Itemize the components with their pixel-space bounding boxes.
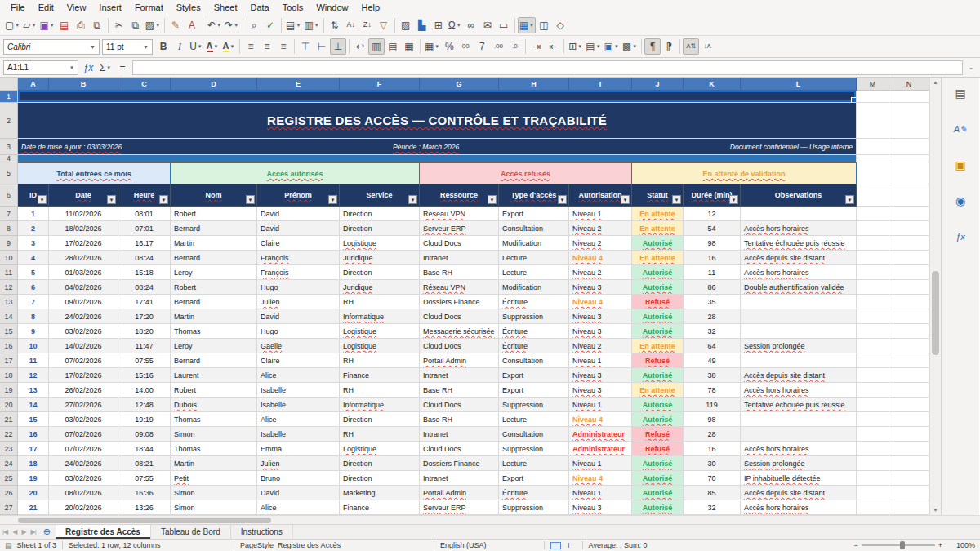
- table-cell[interactable]: [741, 412, 857, 427]
- cell-N[interactable]: [889, 500, 929, 515]
- table-cell[interactable]: Logistique: [340, 236, 420, 251]
- autofilter-dropdown-button[interactable]: ▼: [408, 195, 417, 204]
- table-cell[interactable]: 11: [684, 265, 741, 280]
- autofilter-dropdown-button[interactable]: ▼: [621, 195, 630, 204]
- cell-M[interactable]: [857, 398, 889, 412]
- table-header-8[interactable]: Autorisation▼: [569, 184, 632, 207]
- clone-formatting-button[interactable]: ✎: [167, 17, 184, 33]
- row-header-14[interactable]: 14: [0, 309, 18, 324]
- table-cell[interactable]: 04/02/2026: [49, 280, 118, 295]
- table-cell[interactable]: 32: [684, 500, 741, 515]
- cell-M[interactable]: [857, 91, 889, 103]
- table-cell[interactable]: Niveau 2: [569, 236, 632, 251]
- table-cell[interactable]: Refusé: [632, 353, 684, 368]
- table-cell[interactable]: Thomas: [171, 412, 257, 427]
- table-cell[interactable]: Isabelle: [257, 427, 340, 442]
- autofilter-dropdown-button[interactable]: ▼: [845, 195, 854, 204]
- table-cell[interactable]: Autorisé: [632, 398, 684, 412]
- table-cell[interactable]: 09/02/2026: [49, 295, 118, 309]
- column-button[interactable]: ▥▼: [302, 17, 320, 33]
- table-cell[interactable]: En attente: [632, 221, 684, 236]
- column-header-M[interactable]: M: [857, 78, 889, 91]
- wrap-text-button[interactable]: ↩: [352, 38, 368, 55]
- table-cell[interactable]: Isabelle: [257, 398, 340, 412]
- table-cell[interactable]: 11:47: [118, 339, 171, 353]
- table-cell[interactable]: RH: [340, 295, 420, 309]
- find-and-replace-button[interactable]: ⌕: [246, 17, 262, 33]
- table-cell[interactable]: 3: [18, 236, 49, 251]
- table-cell[interactable]: Cloud Docs: [420, 236, 499, 251]
- cell-N[interactable]: [889, 280, 929, 295]
- table-cell[interactable]: Gaëlle: [257, 339, 340, 353]
- cell-M[interactable]: [857, 236, 889, 251]
- table-cell[interactable]: Simon: [171, 500, 257, 515]
- cell-grid[interactable]: ABCDEFGHIJKLMN12REGISTRE DES ACCÈS — CON…: [0, 78, 929, 515]
- insert-pivot-table-button[interactable]: ⊞: [430, 17, 447, 33]
- table-cell[interactable]: Bernard: [171, 221, 257, 236]
- sidebar-navigator-icon[interactable]: ◉: [951, 192, 969, 210]
- table-cell[interactable]: Direction: [340, 456, 420, 471]
- table-cell[interactable]: 26/02/2026: [49, 383, 118, 398]
- cell-N[interactable]: [889, 251, 929, 265]
- table-cell[interactable]: Refusé: [632, 295, 684, 309]
- table-cell[interactable]: Niveau 1: [569, 207, 632, 221]
- insert-chart-button[interactable]: ▙: [414, 17, 430, 33]
- summary-band-0[interactable]: Total entrées ce mois: [18, 162, 171, 184]
- table-cell[interactable]: Niveau 4: [569, 295, 632, 309]
- cell-N[interactable]: [889, 91, 929, 103]
- table-cell[interactable]: Cloud Docs: [420, 339, 499, 353]
- sheet-tab-instructions[interactable]: Instructions: [231, 525, 293, 539]
- table-cell[interactable]: 8: [18, 309, 49, 324]
- cell-N[interactable]: [889, 353, 929, 368]
- menu-styles[interactable]: Styles: [170, 2, 207, 13]
- table-cell[interactable]: 1: [18, 207, 49, 221]
- table-cell[interactable]: 35: [684, 295, 741, 309]
- scroll-down-arrow-icon[interactable]: ▼: [930, 505, 941, 515]
- table-cell[interactable]: Informatique: [340, 309, 420, 324]
- table-cell[interactable]: Refusé: [632, 442, 684, 456]
- table-cell[interactable]: Accès hors horaires: [741, 383, 857, 398]
- table-cell[interactable]: Direction: [340, 265, 420, 280]
- formula-button[interactable]: =: [115, 60, 130, 75]
- table-cell[interactable]: Leroy: [171, 339, 257, 353]
- table-cell[interactable]: 49: [684, 353, 741, 368]
- table-cell[interactable]: Export: [499, 368, 569, 383]
- table-cell[interactable]: Thomas: [171, 442, 257, 456]
- table-cell[interactable]: Marketing: [340, 486, 420, 500]
- cell-M[interactable]: [857, 221, 889, 236]
- table-cell[interactable]: 17/02/2026: [49, 368, 118, 383]
- function-wizard-button[interactable]: ƒx: [81, 60, 96, 75]
- row-header-24[interactable]: 24: [0, 456, 18, 471]
- column-header-N[interactable]: N: [889, 78, 929, 91]
- italic-button[interactable]: I: [172, 38, 188, 55]
- cell-N[interactable]: [889, 339, 929, 353]
- autofilter-dropdown-button[interactable]: ▼: [38, 195, 47, 204]
- table-cell[interactable]: Tentative échouée puis réussie: [741, 236, 857, 251]
- cell-N[interactable]: [889, 456, 929, 471]
- table-cell[interactable]: 01/03/2026: [49, 265, 118, 280]
- table-cell[interactable]: 98: [684, 236, 741, 251]
- table-header-0[interactable]: ID▼: [18, 184, 49, 207]
- row-header-4[interactable]: 4: [0, 155, 18, 162]
- row-header-7[interactable]: 7: [0, 207, 18, 221]
- table-cell[interactable]: Juridique: [340, 251, 420, 265]
- autofilter-button[interactable]: ▽: [376, 17, 392, 33]
- table-cell[interactable]: 18: [18, 456, 49, 471]
- table-cell[interactable]: 64: [684, 339, 741, 353]
- table-cell[interactable]: Consultation: [499, 353, 569, 368]
- table-cell[interactable]: Direction: [340, 412, 420, 427]
- table-cell[interactable]: Finance: [340, 500, 420, 515]
- table-cell[interactable]: 08:01: [118, 207, 171, 221]
- cell-M[interactable]: [857, 456, 889, 471]
- table-cell[interactable]: Julien: [257, 295, 340, 309]
- table-cell[interactable]: 12: [18, 368, 49, 383]
- unmerge-cells-button[interactable]: ▦: [401, 38, 417, 55]
- row-header-2[interactable]: 2: [0, 103, 18, 139]
- first-sheet-button[interactable]: |◀: [0, 528, 10, 535]
- table-cell[interactable]: Niveau 2: [569, 339, 632, 353]
- table-cell[interactable]: Autorisé: [632, 471, 684, 486]
- zoom-out-button[interactable]: −: [853, 541, 858, 549]
- table-cell[interactable]: Niveau 4: [569, 412, 632, 427]
- table-cell[interactable]: 17:41: [118, 295, 171, 309]
- table-cell[interactable]: Julien: [257, 456, 340, 471]
